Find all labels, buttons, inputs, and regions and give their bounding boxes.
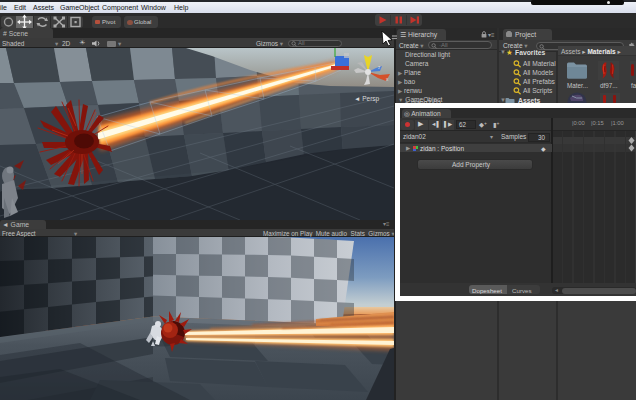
svg-text:◄ Persp: ◄ Persp bbox=[354, 95, 380, 103]
